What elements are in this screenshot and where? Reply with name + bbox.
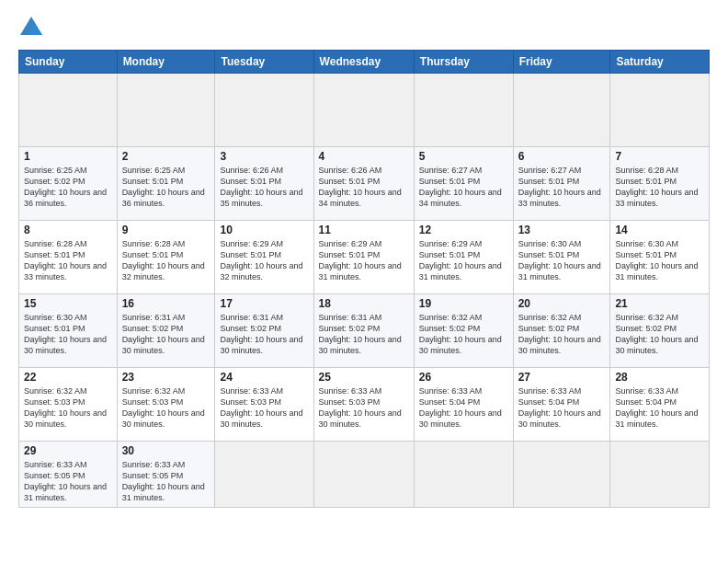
header: [18, 17, 710, 42]
day-info: Sunrise: 6:33 AMSunset: 5:05 PMDaylight:…: [122, 459, 210, 504]
day-info: Sunrise: 6:32 AMSunset: 5:02 PMDaylight:…: [518, 312, 606, 357]
day-number: 19: [419, 297, 508, 310]
calendar-table: SundayMondayTuesdayWednesdayThursdayFrid…: [18, 50, 710, 508]
calendar-cell-3: 3Sunrise: 6:26 AMSunset: 5:01 PMDaylight…: [215, 147, 313, 221]
day-info: Sunrise: 6:29 AMSunset: 5:01 PMDaylight:…: [419, 238, 508, 283]
day-number: 16: [122, 297, 210, 310]
calendar-cell-5: 5Sunrise: 6:27 AMSunset: 5:01 PMDaylight…: [414, 147, 513, 221]
calendar-cell-empty: [610, 442, 710, 508]
day-number: 2: [122, 150, 210, 163]
day-info: Sunrise: 6:32 AMSunset: 5:03 PMDaylight:…: [122, 385, 210, 431]
day-number: 10: [220, 224, 308, 236]
logo-icon: [18, 15, 44, 40]
calendar-cell-15: 15Sunrise: 6:30 AMSunset: 5:01 PMDayligh…: [19, 294, 118, 368]
calendar-cell-6: 6Sunrise: 6:27 AMSunset: 5:01 PMDaylight…: [513, 147, 610, 221]
calendar-cell-16: 16Sunrise: 6:31 AMSunset: 5:02 PMDayligh…: [117, 294, 215, 368]
day-info: Sunrise: 6:26 AMSunset: 5:01 PMDaylight:…: [220, 165, 308, 210]
calendar-cell-27: 27Sunrise: 6:33 AMSunset: 5:04 PMDayligh…: [513, 368, 610, 442]
calendar-cell-8: 8Sunrise: 6:28 AMSunset: 5:01 PMDaylight…: [19, 221, 118, 294]
calendar-header-saturday: Saturday: [610, 51, 710, 74]
calendar-cell-12: 12Sunrise: 6:29 AMSunset: 5:01 PMDayligh…: [414, 221, 513, 294]
calendar-cell-empty: [215, 442, 313, 508]
calendar-cell-2: 2Sunrise: 6:25 AMSunset: 5:01 PMDaylight…: [117, 147, 215, 221]
day-number: 8: [24, 224, 112, 236]
day-info: Sunrise: 6:30 AMSunset: 5:01 PMDaylight:…: [518, 238, 606, 283]
day-info: Sunrise: 6:32 AMSunset: 5:02 PMDaylight:…: [419, 312, 508, 357]
calendar-header-thursday: Thursday: [414, 51, 513, 74]
day-number: 3: [220, 150, 308, 163]
day-info: Sunrise: 6:33 AMSunset: 5:04 PMDaylight:…: [518, 385, 606, 431]
day-number: 27: [518, 371, 606, 384]
calendar-cell-29: 29Sunrise: 6:33 AMSunset: 5:05 PMDayligh…: [19, 442, 118, 508]
calendar-cell-19: 19Sunrise: 6:32 AMSunset: 5:02 PMDayligh…: [414, 294, 513, 368]
day-number: 12: [419, 224, 508, 236]
calendar-header-tuesday: Tuesday: [215, 51, 313, 74]
day-number: 24: [220, 371, 308, 384]
calendar-cell-17: 17Sunrise: 6:31 AMSunset: 5:02 PMDayligh…: [215, 294, 313, 368]
calendar-cell-1: 1Sunrise: 6:25 AMSunset: 5:02 PMDaylight…: [19, 147, 118, 221]
day-number: 15: [24, 297, 112, 310]
calendar-cell-22: 22Sunrise: 6:32 AMSunset: 5:03 PMDayligh…: [19, 368, 118, 442]
calendar-cell-empty: [610, 74, 710, 147]
calendar-cell-23: 23Sunrise: 6:32 AMSunset: 5:03 PMDayligh…: [117, 368, 215, 442]
calendar-cell-empty: [19, 74, 118, 147]
day-number: 14: [615, 224, 704, 236]
calendar-cell-9: 9Sunrise: 6:28 AMSunset: 5:01 PMDaylight…: [117, 221, 215, 294]
day-number: 4: [319, 150, 409, 163]
page: SundayMondayTuesdayWednesdayThursdayFrid…: [0, 0, 728, 563]
day-number: 1: [24, 150, 112, 163]
day-info: Sunrise: 6:33 AMSunset: 5:05 PMDaylight:…: [24, 459, 112, 504]
day-info: Sunrise: 6:27 AMSunset: 5:01 PMDaylight:…: [419, 165, 508, 210]
calendar-cell-13: 13Sunrise: 6:30 AMSunset: 5:01 PMDayligh…: [513, 221, 610, 294]
day-info: Sunrise: 6:28 AMSunset: 5:01 PMDaylight:…: [122, 238, 210, 283]
day-info: Sunrise: 6:25 AMSunset: 5:02 PMDaylight:…: [24, 165, 112, 210]
day-number: 6: [518, 150, 606, 163]
calendar-cell-24: 24Sunrise: 6:33 AMSunset: 5:03 PMDayligh…: [215, 368, 313, 442]
day-info: Sunrise: 6:31 AMSunset: 5:02 PMDaylight:…: [122, 312, 210, 357]
day-number: 18: [319, 297, 409, 310]
calendar-header-wednesday: Wednesday: [313, 51, 414, 74]
calendar-cell-18: 18Sunrise: 6:31 AMSunset: 5:02 PMDayligh…: [313, 294, 414, 368]
calendar-header-friday: Friday: [513, 51, 610, 74]
day-number: 9: [122, 224, 210, 236]
day-number: 25: [319, 371, 409, 384]
day-number: 22: [24, 371, 112, 384]
calendar-header-sunday: Sunday: [19, 51, 118, 74]
calendar-cell-10: 10Sunrise: 6:29 AMSunset: 5:01 PMDayligh…: [215, 221, 313, 294]
day-number: 29: [24, 444, 112, 457]
logo: [18, 17, 48, 42]
calendar-cell-21: 21Sunrise: 6:32 AMSunset: 5:02 PMDayligh…: [610, 294, 710, 368]
calendar-header-row: SundayMondayTuesdayWednesdayThursdayFrid…: [19, 51, 710, 74]
day-info: Sunrise: 6:26 AMSunset: 5:01 PMDaylight:…: [319, 165, 409, 210]
day-number: 20: [518, 297, 606, 310]
calendar-header-monday: Monday: [117, 51, 215, 74]
day-info: Sunrise: 6:32 AMSunset: 5:03 PMDaylight:…: [24, 385, 112, 431]
day-info: Sunrise: 6:29 AMSunset: 5:01 PMDaylight:…: [220, 238, 308, 283]
calendar-cell-30: 30Sunrise: 6:33 AMSunset: 5:05 PMDayligh…: [117, 442, 215, 508]
day-number: 5: [419, 150, 508, 163]
day-info: Sunrise: 6:30 AMSunset: 5:01 PMDaylight:…: [615, 238, 704, 283]
day-info: Sunrise: 6:28 AMSunset: 5:01 PMDaylight:…: [24, 238, 112, 283]
calendar-cell-14: 14Sunrise: 6:30 AMSunset: 5:01 PMDayligh…: [610, 221, 710, 294]
day-info: Sunrise: 6:33 AMSunset: 5:04 PMDaylight:…: [419, 385, 508, 431]
day-number: 28: [615, 371, 704, 384]
day-number: 26: [419, 371, 508, 384]
day-info: Sunrise: 6:25 AMSunset: 5:01 PMDaylight:…: [122, 165, 210, 210]
day-info: Sunrise: 6:29 AMSunset: 5:01 PMDaylight:…: [319, 238, 409, 283]
calendar-cell-7: 7Sunrise: 6:28 AMSunset: 5:01 PMDaylight…: [610, 147, 710, 221]
day-info: Sunrise: 6:32 AMSunset: 5:02 PMDaylight:…: [615, 312, 704, 357]
day-number: 13: [518, 224, 606, 236]
calendar-cell-empty: [313, 74, 414, 147]
calendar-cell-empty: [215, 74, 313, 147]
day-number: 7: [615, 150, 704, 163]
calendar-cell-26: 26Sunrise: 6:33 AMSunset: 5:04 PMDayligh…: [414, 368, 513, 442]
calendar-cell-4: 4Sunrise: 6:26 AMSunset: 5:01 PMDaylight…: [313, 147, 414, 221]
calendar-cell-empty: [414, 74, 513, 147]
calendar-cell-empty: [313, 442, 414, 508]
day-info: Sunrise: 6:33 AMSunset: 5:04 PMDaylight:…: [615, 385, 704, 431]
day-number: 17: [220, 297, 308, 310]
calendar-cell-25: 25Sunrise: 6:33 AMSunset: 5:03 PMDayligh…: [313, 368, 414, 442]
day-number: 30: [122, 444, 210, 457]
day-number: 11: [319, 224, 409, 236]
day-info: Sunrise: 6:30 AMSunset: 5:01 PMDaylight:…: [24, 312, 112, 357]
